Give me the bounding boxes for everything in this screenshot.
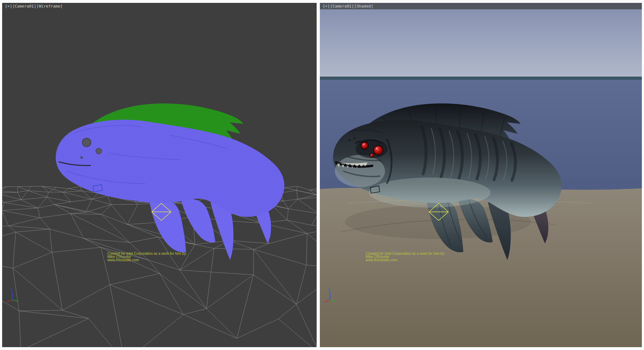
- viewport-wireframe[interactable]: [+] [Camera01] [Wireframe]: [2, 3, 317, 347]
- sky-background: [320, 9, 642, 77]
- world-axis-gizmo: z: [323, 286, 340, 303]
- scene-credit-text: Created for Intel Corporation as a work …: [107, 252, 187, 262]
- viewport-area: [+] [Camera01] [Wireframe]: [0, 0, 644, 350]
- nostril-dot-b: [354, 137, 355, 139]
- eye-large: [82, 138, 91, 147]
- eye-small: [370, 154, 374, 157]
- pelvic-fin-a: [150, 200, 186, 252]
- eye-medium-specular: [363, 144, 364, 145]
- horizon-band: [320, 77, 642, 80]
- eye-large: [374, 146, 383, 155]
- axis-y-line: [12, 300, 18, 301]
- axis-z-label: z: [328, 287, 330, 291]
- world-axis-gizmo: z: [6, 286, 22, 303]
- credit-line-3: www.fritzstudio.com: [366, 258, 445, 262]
- viewport-label: [+] [Camera01] [Shaded]: [323, 4, 373, 9]
- eye-small: [96, 148, 102, 154]
- axis-y-line: [330, 300, 336, 301]
- pelvic-fin-b: [181, 199, 215, 243]
- axis-x-line: [7, 300, 12, 302]
- axis-z-label: z: [10, 287, 13, 291]
- viewport-label: [+] [Camera01] [Wireframe]: [5, 4, 63, 9]
- axis-x-line: [325, 300, 330, 302]
- wireframe-scene: [2, 3, 317, 347]
- nostril-dot: [80, 156, 83, 159]
- viewport-general-menu[interactable]: [+]: [323, 4, 330, 9]
- viewport-pov-menu[interactable]: [Camera01]: [13, 4, 36, 9]
- viewport-pov-menu[interactable]: [Camera01]: [330, 4, 354, 9]
- viewport-shaded[interactable]: [+] [Camera01] [Shaded]: [320, 3, 642, 347]
- viewport-shading-menu[interactable]: [Shaded]: [354, 4, 373, 9]
- scene-credit-text: Created for Intel Corporation as a work …: [366, 252, 445, 262]
- viewport-general-menu[interactable]: [+]: [5, 4, 12, 9]
- eye-medium: [361, 142, 368, 149]
- credit-line-3: www.fritzstudio.com: [107, 258, 187, 262]
- viewport-shading-menu[interactable]: [Wireframe]: [36, 4, 63, 9]
- eye-large-specular: [376, 148, 377, 149]
- fish-wireframe-model[interactable]: [56, 120, 284, 260]
- shaded-scene: [320, 3, 642, 347]
- nostril-dot-a: [349, 140, 350, 141]
- wireframe-stipple-overlay: [56, 120, 284, 217]
